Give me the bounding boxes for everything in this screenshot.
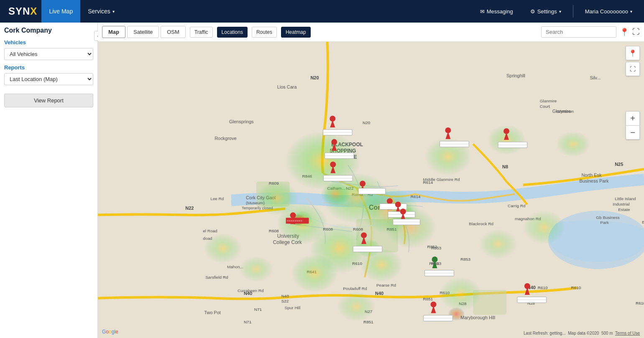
logo-x: X [30,5,37,17]
svg-text:Blackrock Rd: Blackrock Rd [469,221,493,226]
company-name: Cork Company [4,27,93,34]
user-chevron-icon: ▾ [630,9,632,14]
location-pin-icon: 📍 [620,28,629,37]
map-controls: 📍 ⛶ + − [626,46,640,140]
svg-text:N40: N40 [281,294,289,298]
svg-text:N71: N71 [254,307,262,312]
svg-text:Glanmire: Glanmire [540,99,557,103]
svg-text:Sarsfield Rd: Sarsfield Rd [205,275,228,280]
top-navigation: SYNX Live Map Services ▾ ✉ Messaging ⚙ S… [0,0,644,23]
nav-user[interactable]: Maria Coooooooo ▾ [578,0,640,23]
svg-text:N25: N25 [615,162,623,167]
svg-text:N22: N22 [185,206,194,211]
svg-text:N40: N40 [375,291,383,296]
map-area: Map Satellite OSM Traffic Locations Rout… [98,23,644,338]
svg-point-141 [503,128,509,134]
zoom-in-button[interactable]: + [626,111,640,125]
svg-point-130 [330,162,336,168]
svg-point-114 [337,292,375,321]
nav-live-map[interactable]: Live Map [41,0,80,23]
svg-text:R610: R610 [636,301,644,305]
svg-text:R851: R851 [363,320,373,324]
svg-point-134 [360,181,365,187]
svg-text:R853: R853 [432,261,442,266]
svg-point-152 [395,201,401,207]
svg-text:R610: R610 [571,285,581,290]
svg-text:N20: N20 [363,120,371,125]
gear-icon: ⚙ [530,8,535,15]
svg-point-145 [290,212,296,218]
main-layout: « Cork Company Vehicles All Vehicles Rep… [0,23,644,338]
svg-point-115 [321,183,350,206]
svg-text:Silv...: Silv... [590,75,601,80]
map-search-input[interactable] [541,26,616,38]
svg-point-101 [256,182,298,215]
map-type-osm-button[interactable]: OSM [161,26,186,38]
vehicles-select[interactable]: All Vehicles [4,48,93,60]
svg-rect-135 [358,188,386,194]
fullscreen-icon[interactable]: ⛶ [632,28,640,36]
map-layer-locations-button[interactable]: Locations [217,27,248,38]
svg-point-126 [331,139,337,145]
svg-rect-150 [380,203,407,209]
scale-label: 500 m [601,331,613,335]
svg-text:Glyntown: Glyntown [557,109,574,114]
map-layer-heatmap-button[interactable]: Heatmap [281,27,311,38]
nav-services[interactable]: Services ▾ [80,0,122,23]
svg-point-168 [524,283,530,289]
map-type-satellite-button[interactable]: Satellite [127,26,159,38]
svg-text:R853: R853 [460,257,470,262]
svg-text:N20: N20 [310,75,319,80]
svg-text:S22: S22 [281,299,289,303]
nav-messaging[interactable]: ✉ Messaging [473,0,521,23]
svg-text:el Road: el Road [203,229,217,233]
svg-text:Carrig Rd: Carrig Rd [508,203,526,208]
svg-point-103 [292,254,338,292]
svg-point-137 [445,127,451,133]
nav-settings[interactable]: ⚙ Settings ▾ [523,0,569,23]
svg-point-160 [361,232,367,238]
location-icon-btn[interactable]: 📍 [626,46,640,60]
last-refresh-label: Last Refresh: getting... [524,331,566,335]
sidebar: « Cork Company Vehicles All Vehicles Rep… [0,23,98,338]
svg-text:Curraheen Rd: Curraheen Rd [238,288,264,293]
svg-point-156 [400,208,406,214]
svg-text:N71: N71 [244,320,252,324]
google-logo-text: G [102,329,106,335]
svg-point-108 [557,132,590,157]
svg-text:Two Pot: Two Pot [204,310,221,315]
svg-point-109 [523,211,565,244]
svg-text:R851: R851 [423,297,433,301]
svg-point-149 [387,198,393,204]
svg-text:Industrial: Industrial [613,202,629,206]
fullscreen-btn[interactable]: ⛶ [626,62,640,76]
google-logo: Google [102,329,118,335]
nav-divider [573,5,573,18]
svg-point-164 [432,257,438,262]
svg-text:Springhill: Springhill [506,73,525,78]
svg-text:Rockgrove: Rockgrove [215,136,236,141]
svg-text:Maryborough Hill: Maryborough Hill [460,315,495,320]
svg-text:Park: Park [600,220,608,225]
messaging-label: Messaging [487,8,513,15]
svg-text:========: ======== [287,219,303,223]
svg-text:Estate: Estate [618,207,630,212]
map-canvas[interactable]: N20 N22 N40 N40 N40 N25 N8 R614 R608 R60… [98,42,644,338]
map-svg: N20 N22 N40 N40 N40 N25 N8 R614 R608 R60… [98,42,644,338]
settings-chevron-icon: ▾ [559,9,561,14]
view-report-button[interactable]: View Report [4,94,93,107]
reports-select[interactable]: Last Location (Map) Route History Summar… [4,73,93,85]
svg-point-111 [440,277,481,311]
map-layer-routes-button[interactable]: Routes [252,27,277,38]
svg-text:Lee Rd: Lee Rd [210,196,224,201]
terms-link[interactable]: Terms of Use [615,331,640,335]
user-name-label: Maria Coooooooo [585,8,628,15]
svg-text:Business Park: Business Park [579,178,609,183]
nav-right: ✉ Messaging ⚙ Settings ▾ Maria Coooooooo… [473,0,640,23]
svg-point-112 [204,234,242,263]
zoom-out-button[interactable]: − [626,125,640,140]
map-type-map-button[interactable]: Map [102,26,125,38]
svg-text:Business: Business [642,220,644,224]
svg-text:Pearse Rd: Pearse Rd [376,283,396,287]
map-layer-traffic-button[interactable]: Traffic [190,27,213,38]
